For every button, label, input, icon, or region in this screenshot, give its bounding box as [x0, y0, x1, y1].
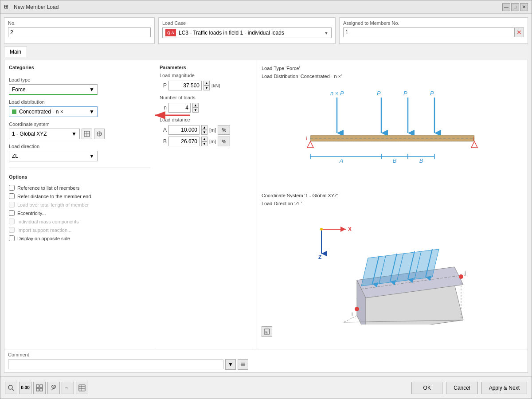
- comment-panel: Comment ▼: [4, 349, 252, 373]
- tab-main[interactable]: Main: [4, 47, 27, 57]
- separator: [9, 168, 150, 168]
- close-button[interactable]: ✕: [520, 3, 528, 11]
- load-magnitude-input[interactable]: 37.500: [168, 81, 202, 90]
- svg-marker-20: [307, 141, 313, 148]
- comment-dropdown-icon[interactable]: ▼: [225, 359, 236, 370]
- diagram-title: Load Type 'Force' Load Distribution 'Con…: [262, 65, 523, 80]
- option-row-4: Individual mass components: [9, 219, 150, 224]
- loadcase-badge: Q A: [167, 31, 174, 35]
- comment-input[interactable]: [8, 360, 223, 369]
- coord-line2: Load Direction 'ZL': [262, 201, 302, 206]
- search-icon-btn[interactable]: [5, 382, 17, 394]
- load-distance-b-up[interactable]: ▲: [201, 137, 207, 141]
- wrench-icon-btn[interactable]: [47, 382, 60, 394]
- load-magnitude-row: P 37.500 ▲ ▼ [kN]: [160, 81, 252, 90]
- option-checkbox-5[interactable]: [9, 227, 15, 233]
- load-magnitude-group: Load magnitude P 37.500 ▲ ▼ [kN]: [160, 73, 252, 90]
- categories-title: Categories: [9, 65, 150, 70]
- grid-icon-btn[interactable]: [33, 382, 46, 394]
- number-of-loads-label: Number of loads: [160, 95, 252, 100]
- coord-info: Coordinate System '1 - Global XYZ' Load …: [262, 192, 523, 207]
- svg-point-54: [355, 307, 359, 311]
- diagram-icon-btn[interactable]: ⊞: [262, 326, 272, 337]
- load-direction-group: Load direction ZL ▼: [9, 144, 150, 161]
- assigned-input[interactable]: 1: [343, 27, 514, 37]
- option-checkbox-3[interactable]: [9, 210, 15, 216]
- svg-marker-21: [471, 141, 477, 148]
- coord-icon-btn-1[interactable]: [82, 129, 92, 139]
- load-magnitude-down[interactable]: ▼: [203, 86, 210, 90]
- load-distribution-value: Concentrated - n ×: [19, 109, 86, 115]
- svg-text:j: j: [473, 136, 474, 141]
- load-distance-b-pct[interactable]: %: [218, 137, 230, 146]
- loadcase-chevron-icon: ▼: [324, 31, 329, 35]
- option-checkbox-4[interactable]: [9, 219, 15, 224]
- loadcase-label: Load Case: [162, 20, 332, 26]
- main-wrapper: Categories Load type Force ▼ Load distri…: [4, 60, 528, 373]
- option-checkbox-6[interactable]: [9, 235, 15, 241]
- assigned-inner: 1 ✕: [343, 27, 524, 37]
- option-row-6: Display on opposite side: [9, 235, 150, 241]
- bottom-icons: 0.00 ~: [5, 382, 88, 394]
- option-label-5: Import support reaction...: [17, 227, 71, 233]
- right-panel: Load Type 'Force' Load Distribution 'Con…: [257, 60, 528, 349]
- load-distribution-label: Load distribution: [9, 99, 150, 105]
- load-distance-a-input[interactable]: 10.000: [168, 125, 200, 135]
- load-distance-a-pct[interactable]: %: [218, 125, 230, 135]
- apply-next-button[interactable]: Apply & Next: [481, 382, 527, 394]
- cancel-button[interactable]: Cancel: [446, 382, 477, 394]
- load-distance-a-row: A 10.000 ▲ ▼ [m] %: [160, 125, 252, 135]
- bottom-actions: OK Cancel Apply & Next: [411, 382, 527, 394]
- distribution-dot: [12, 110, 16, 114]
- option-row-3: Eccentricity...: [9, 210, 150, 216]
- load-distance-b-down[interactable]: ▼: [201, 141, 207, 146]
- comment-list-btn[interactable]: [238, 359, 248, 370]
- function-icon-btn[interactable]: ~: [62, 382, 74, 394]
- load-distribution-select[interactable]: Concentrated - n × ▼: [9, 106, 98, 117]
- dialog-content: No. 2 Load Case Q A LC3 - Traffic loads …: [0, 14, 532, 376]
- loadcase-select[interactable]: Q A LC3 - Traffic loads in field 1 - ind…: [162, 27, 332, 38]
- load-direction-select[interactable]: ZL ▼: [9, 151, 98, 161]
- load-distance-a-down[interactable]: ▼: [201, 130, 207, 135]
- option-checkbox-0[interactable]: [9, 185, 15, 191]
- coordinate-system-select[interactable]: 1 - Global XYZ ▼: [9, 129, 80, 139]
- assigned-clear-button[interactable]: ✕: [514, 27, 524, 37]
- option-checkbox-1[interactable]: [9, 193, 15, 199]
- load-distance-a-up[interactable]: ▲: [201, 125, 207, 130]
- coord-icon-btn-2[interactable]: [94, 129, 105, 139]
- option-checkbox-2[interactable]: [9, 202, 15, 207]
- table-icon-btn[interactable]: [76, 382, 88, 394]
- load-type-value: Force: [12, 86, 26, 93]
- load-distance-a-spinners: ▲ ▼: [201, 125, 207, 135]
- parameters-panel: Parameters Load magnitude P 37.500 ▲ ▼ […: [155, 60, 257, 349]
- options-section: Options Reference to list of members Ref…: [9, 174, 150, 241]
- coord-chevron-icon: ▼: [71, 131, 77, 137]
- param-a-label: A: [160, 127, 167, 133]
- red-arrow: [150, 106, 195, 125]
- svg-text:Z: Z: [318, 254, 321, 260]
- option-label-0: Reference to list of members: [17, 185, 80, 191]
- svg-text:B: B: [393, 157, 397, 164]
- maximize-button[interactable]: □: [511, 3, 519, 11]
- no-input[interactable]: 2: [8, 27, 151, 37]
- main-area: Categories Load type Force ▼ Load distri…: [4, 60, 528, 349]
- load-magnitude-up[interactable]: ▲: [203, 81, 210, 86]
- title-bar-controls: ― □ ✕: [502, 3, 528, 11]
- minimize-button[interactable]: ―: [502, 3, 510, 11]
- ok-button[interactable]: OK: [411, 382, 442, 394]
- option-label-2: Load over total length of member: [17, 202, 89, 207]
- loadcase-color: Q A: [165, 29, 176, 36]
- load-type-select[interactable]: Force ▼: [9, 84, 98, 95]
- load-distribution-group: Load distribution Concentrated - n × ▼: [9, 99, 150, 117]
- svg-text:j: j: [464, 270, 466, 276]
- diagram-title-line2: Load Distribution 'Concentrated - n ×': [262, 74, 342, 79]
- load-distance-b-row: B 26.670 ▲ ▼ [m] %: [160, 137, 252, 146]
- load-magnitude-label: Load magnitude: [160, 73, 252, 78]
- svg-point-66: [8, 385, 12, 389]
- svg-rect-68: [36, 385, 39, 387]
- svg-point-56: [459, 274, 463, 279]
- load-distance-b-input[interactable]: 26.670: [168, 137, 200, 146]
- option-row-1: Refer distance to the member end: [9, 193, 150, 199]
- decimal-icon-btn[interactable]: 0.00: [19, 382, 31, 394]
- coord-row: 1 - Global XYZ ▼: [9, 129, 150, 139]
